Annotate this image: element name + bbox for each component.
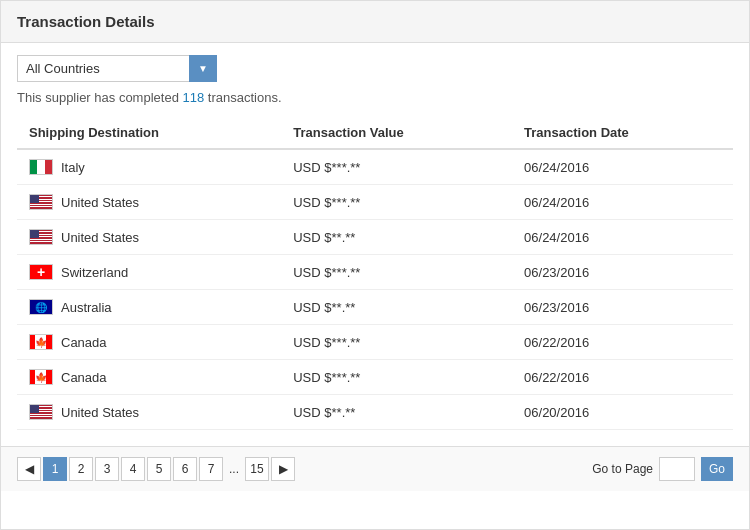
filter-row: All Countries bbox=[17, 55, 733, 82]
flag-us-icon bbox=[29, 194, 53, 210]
cell-country: Switzerland bbox=[17, 255, 281, 290]
country-name: Canada bbox=[61, 335, 107, 350]
cell-country: United States bbox=[17, 185, 281, 220]
cell-date: 06/22/2016 bbox=[512, 325, 733, 360]
flag-it-icon bbox=[29, 159, 53, 175]
table-row: SwitzerlandUSD $***.**06/23/2016 bbox=[17, 255, 733, 290]
table-header-row: Shipping Destination Transaction Value T… bbox=[17, 117, 733, 149]
table-row: ItalyUSD $***.**06/24/2016 bbox=[17, 149, 733, 185]
country-name: Italy bbox=[61, 160, 85, 175]
cell-country: Australia bbox=[17, 290, 281, 325]
flag-us-icon bbox=[29, 229, 53, 245]
page-btn-1[interactable]: 1 bbox=[43, 457, 67, 481]
table-row: United StatesUSD $***.**06/24/2016 bbox=[17, 185, 733, 220]
cell-value: USD $**.** bbox=[281, 395, 512, 430]
pagination-controls: ◀ 1 2 3 4 5 6 7 ... 15 ▶ bbox=[17, 457, 295, 481]
country-name: Canada bbox=[61, 370, 107, 385]
table-row: United StatesUSD $**.**06/20/2016 bbox=[17, 395, 733, 430]
country-name: Switzerland bbox=[61, 265, 128, 280]
title-bar: Transaction Details bbox=[1, 1, 749, 43]
go-to-page: Go to Page Go bbox=[592, 457, 733, 481]
page-container: Transaction Details All Countries This s… bbox=[0, 0, 750, 530]
table-row: CanadaUSD $***.**06/22/2016 bbox=[17, 360, 733, 395]
cell-value: USD $***.** bbox=[281, 185, 512, 220]
page-btn-2[interactable]: 2 bbox=[69, 457, 93, 481]
prev-page-button[interactable]: ◀ bbox=[17, 457, 41, 481]
cell-value: USD $***.** bbox=[281, 325, 512, 360]
col-value: Transaction Value bbox=[281, 117, 512, 149]
content-area: All Countries This supplier has complete… bbox=[1, 43, 749, 442]
cell-date: 06/22/2016 bbox=[512, 360, 733, 395]
cell-date: 06/24/2016 bbox=[512, 185, 733, 220]
next-page-button[interactable]: ▶ bbox=[271, 457, 295, 481]
country-name: Australia bbox=[61, 300, 112, 315]
page-btn-3[interactable]: 3 bbox=[95, 457, 119, 481]
page-btn-7[interactable]: 7 bbox=[199, 457, 223, 481]
cell-date: 06/20/2016 bbox=[512, 395, 733, 430]
page-btn-4[interactable]: 4 bbox=[121, 457, 145, 481]
cell-value: USD $**.** bbox=[281, 220, 512, 255]
go-to-label: Go to Page bbox=[592, 462, 653, 476]
country-name: United States bbox=[61, 195, 139, 210]
flag-ca-icon bbox=[29, 334, 53, 350]
flag-ch-icon bbox=[29, 264, 53, 280]
go-button[interactable]: Go bbox=[701, 457, 733, 481]
flag-au-icon bbox=[29, 299, 53, 315]
cell-value: USD $**.** bbox=[281, 290, 512, 325]
country-name: United States bbox=[61, 230, 139, 245]
cell-value: USD $***.** bbox=[281, 360, 512, 395]
cell-value: USD $***.** bbox=[281, 255, 512, 290]
table-row: United StatesUSD $**.**06/24/2016 bbox=[17, 220, 733, 255]
country-name: United States bbox=[61, 405, 139, 420]
cell-date: 06/23/2016 bbox=[512, 290, 733, 325]
col-shipping: Shipping Destination bbox=[17, 117, 281, 149]
flag-us-icon bbox=[29, 404, 53, 420]
page-btn-6[interactable]: 6 bbox=[173, 457, 197, 481]
country-filter-wrapper[interactable]: All Countries bbox=[17, 55, 217, 82]
cell-date: 06/23/2016 bbox=[512, 255, 733, 290]
cell-date: 06/24/2016 bbox=[512, 149, 733, 185]
page-btn-last[interactable]: 15 bbox=[245, 457, 269, 481]
cell-country: Canada bbox=[17, 325, 281, 360]
transaction-count: This supplier has completed 118 transact… bbox=[17, 90, 733, 105]
table-row: AustraliaUSD $**.**06/23/2016 bbox=[17, 290, 733, 325]
cell-country: United States bbox=[17, 220, 281, 255]
pagination-dots: ... bbox=[225, 462, 243, 476]
page-btn-5[interactable]: 5 bbox=[147, 457, 171, 481]
page-title: Transaction Details bbox=[17, 13, 733, 30]
transaction-table-container: Shipping Destination Transaction Value T… bbox=[17, 117, 733, 430]
table-row: CanadaUSD $***.**06/22/2016 bbox=[17, 325, 733, 360]
cell-value: USD $***.** bbox=[281, 149, 512, 185]
transaction-count-link[interactable]: 118 bbox=[182, 90, 204, 105]
flag-ca-icon bbox=[29, 369, 53, 385]
cell-date: 06/24/2016 bbox=[512, 220, 733, 255]
cell-country: United States bbox=[17, 395, 281, 430]
cell-country: Canada bbox=[17, 360, 281, 395]
col-date: Transaction Date bbox=[512, 117, 733, 149]
pagination-bar: ◀ 1 2 3 4 5 6 7 ... 15 ▶ Go to Page Go bbox=[1, 446, 749, 491]
go-to-input[interactable] bbox=[659, 457, 695, 481]
transaction-table: Shipping Destination Transaction Value T… bbox=[17, 117, 733, 430]
count-prefix: This supplier has completed bbox=[17, 90, 182, 105]
country-filter-select[interactable]: All Countries bbox=[17, 55, 217, 82]
cell-country: Italy bbox=[17, 149, 281, 185]
count-suffix: transactions. bbox=[204, 90, 281, 105]
